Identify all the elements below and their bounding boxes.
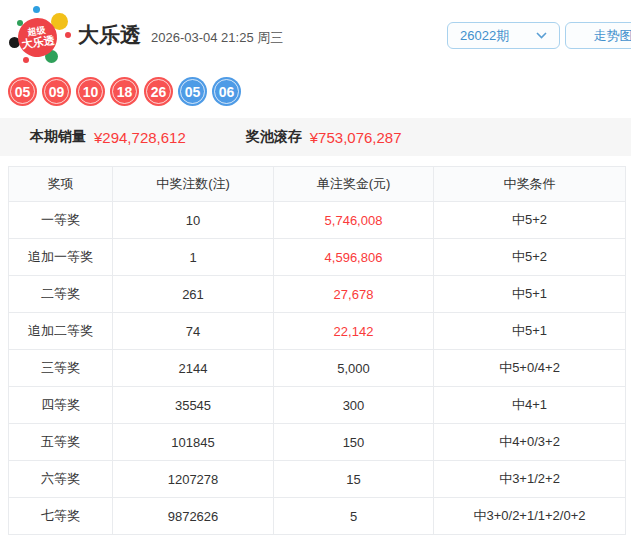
trend-chart-button[interactable]: 走势图: [565, 22, 631, 49]
lottery-ball-front: 18: [110, 77, 139, 106]
pool-value: ¥753,076,287: [310, 129, 402, 146]
draw-numbers: 05091018260506: [0, 77, 631, 106]
cell-win-condition: 中4+0/3+2: [434, 424, 626, 461]
lottery-ball-front: 10: [76, 77, 105, 106]
prize-table: 奖项中奖注数(注)单注奖金(元)中奖条件 一等奖105,746,008中5+2追…: [8, 166, 626, 535]
cell-win-count: 1: [113, 239, 274, 276]
cell-win-count: 2144: [113, 350, 274, 387]
page-header: 超级 大乐透 大乐透 2026-03-04 21:25 周三 26022期 走势…: [0, 0, 631, 64]
cell-prize-name: 三等奖: [9, 350, 113, 387]
column-header: 单注奖金(元): [274, 167, 434, 202]
cell-win-count: 35545: [113, 387, 274, 424]
cell-prize-name: 二等奖: [9, 276, 113, 313]
page-title: 大乐透: [78, 21, 141, 49]
pool-group: 奖池滚存 ¥753,076,287: [246, 128, 402, 146]
table-row: 追加二等奖7422,142中5+1: [9, 313, 626, 350]
table-row: 三等奖21445,000中5+0/4+2: [9, 350, 626, 387]
cell-win-condition: 中4+1: [434, 387, 626, 424]
cell-prize-name: 一等奖: [9, 202, 113, 239]
super-lotto-logo: 超级 大乐透: [8, 6, 70, 64]
issue-select-value: 26022期: [460, 27, 509, 45]
cell-prize-amount: 5: [274, 498, 434, 535]
chevron-down-icon: [536, 32, 547, 39]
column-header: 奖项: [9, 167, 113, 202]
table-row: 六等奖120727815中3+1/2+2: [9, 461, 626, 498]
cell-prize-amount: 22,142: [274, 313, 434, 350]
sales-label: 本期销量: [30, 128, 86, 146]
table-row: 二等奖26127,678中5+1: [9, 276, 626, 313]
cell-prize-amount: 27,678: [274, 276, 434, 313]
table-row: 一等奖105,746,008中5+2: [9, 202, 626, 239]
cell-win-condition: 中5+0/4+2: [434, 350, 626, 387]
cell-prize-name: 四等奖: [9, 387, 113, 424]
table-row: 七等奖98726265中3+0/2+1/1+2/0+2: [9, 498, 626, 535]
column-header: 中奖注数(注): [113, 167, 274, 202]
draw-datetime: 2026-03-04 21:25 周三: [151, 29, 283, 47]
logo-text-bottom: 大乐透: [21, 35, 55, 50]
cell-prize-amount: 4,596,806: [274, 239, 434, 276]
cell-prize-name: 追加一等奖: [9, 239, 113, 276]
cell-prize-name: 追加二等奖: [9, 313, 113, 350]
table-row: 追加一等奖14,596,806中5+2: [9, 239, 626, 276]
pool-label: 奖池滚存: [246, 128, 302, 146]
sales-value: ¥294,728,612: [94, 129, 186, 146]
cell-prize-amount: 300: [274, 387, 434, 424]
cell-win-condition: 中5+1: [434, 313, 626, 350]
prize-table-body: 一等奖105,746,008中5+2追加一等奖14,596,806中5+2二等奖…: [9, 202, 626, 535]
cell-prize-name: 七等奖: [9, 498, 113, 535]
cell-win-count: 101845: [113, 424, 274, 461]
lottery-ball-back: 06: [212, 77, 241, 106]
cell-win-condition: 中5+1: [434, 276, 626, 313]
logo-dot-red-bottom: [23, 57, 29, 63]
cell-prize-amount: 5,000: [274, 350, 434, 387]
cell-win-condition: 中3+0/2+1/1+2/0+2: [434, 498, 626, 535]
cell-prize-amount: 150: [274, 424, 434, 461]
logo-dot-blue: [33, 6, 40, 13]
sales-group: 本期销量 ¥294,728,612: [30, 128, 186, 146]
cell-win-count: 9872626: [113, 498, 274, 535]
sales-bar: 本期销量 ¥294,728,612 奖池滚存 ¥753,076,287: [0, 118, 631, 156]
cell-win-count: 261: [113, 276, 274, 313]
cell-win-count: 1207278: [113, 461, 274, 498]
cell-prize-name: 五等奖: [9, 424, 113, 461]
lottery-ball-front: 26: [144, 77, 173, 106]
logo-dot-red: [65, 32, 71, 38]
cell-prize-name: 六等奖: [9, 461, 113, 498]
column-header: 中奖条件: [434, 167, 626, 202]
cell-win-condition: 中3+1/2+2: [434, 461, 626, 498]
lottery-ball-front: 05: [8, 77, 37, 106]
cell-prize-amount: 15: [274, 461, 434, 498]
trend-button-label: 走势图: [594, 27, 631, 45]
cell-win-count: 10: [113, 202, 274, 239]
table-row: 五等奖101845150中4+0/3+2: [9, 424, 626, 461]
cell-win-count: 74: [113, 313, 274, 350]
issue-select[interactable]: 26022期: [447, 22, 560, 49]
cell-prize-amount: 5,746,008: [274, 202, 434, 239]
cell-win-condition: 中5+2: [434, 202, 626, 239]
prize-table-header-row: 奖项中奖注数(注)单注奖金(元)中奖条件: [9, 167, 626, 202]
table-row: 四等奖35545300中4+1: [9, 387, 626, 424]
cell-win-condition: 中5+2: [434, 239, 626, 276]
lottery-ball-front: 09: [42, 77, 71, 106]
lottery-ball-back: 05: [178, 77, 207, 106]
